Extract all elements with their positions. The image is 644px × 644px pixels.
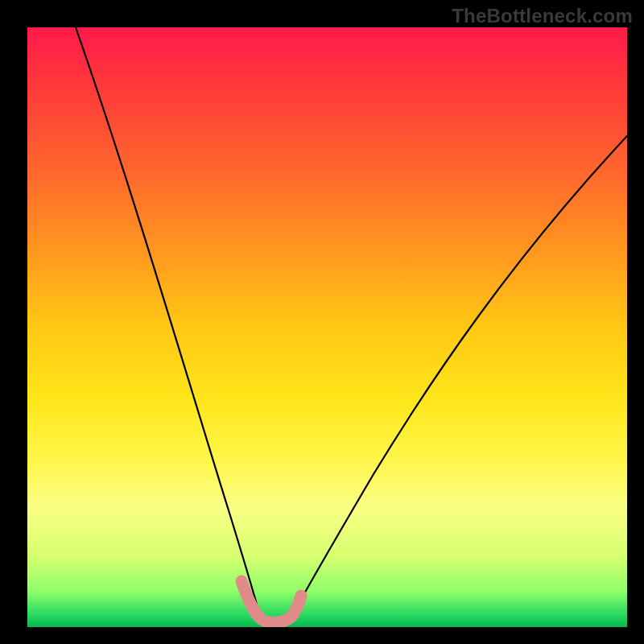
bottleneck-curve-left bbox=[76, 27, 261, 619]
chart-frame: TheBottleneck.com bbox=[0, 0, 644, 644]
bottleneck-curve-right bbox=[289, 136, 627, 621]
highlight-band bbox=[242, 581, 301, 622]
watermark-text: TheBottleneck.com bbox=[452, 5, 633, 27]
curve-layer bbox=[27, 27, 627, 627]
plot-area bbox=[27, 27, 627, 627]
